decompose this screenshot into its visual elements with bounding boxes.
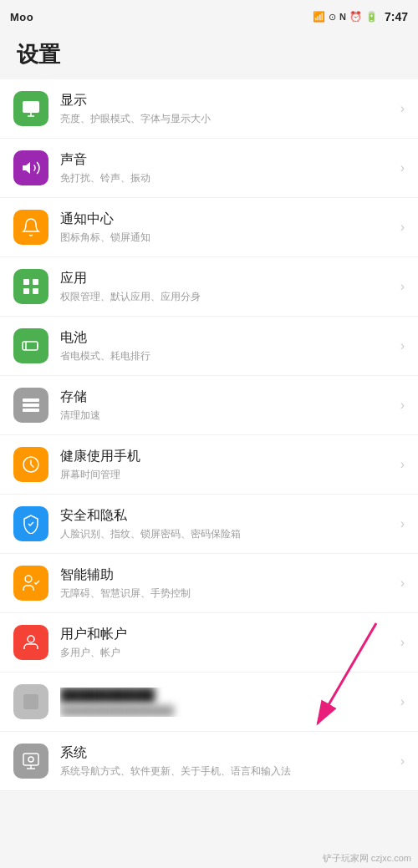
apps-subtitle: 权限管理、默认应用、应用分身 (60, 290, 394, 304)
storage-chevron: › (400, 398, 405, 413)
notification-text: 通知中心图标角标、锁屏通知 (60, 211, 394, 245)
svg-rect-2 (33, 279, 38, 285)
display-title: 显示 (60, 92, 394, 109)
svg-rect-4 (33, 288, 38, 294)
battery-icon (13, 328, 48, 363)
alarm-icon: ⏰ (349, 11, 362, 23)
svg-rect-13 (23, 754, 38, 765)
blurred-title: ██████████ (60, 688, 394, 703)
blurred-chevron: › (400, 694, 405, 709)
settings-item-display[interactable]: 显示亮度、护眼模式、字体与显示大小› (0, 79, 418, 139)
notify-icon (13, 210, 48, 245)
battery-title: 电池 (60, 329, 394, 347)
account-icon (13, 625, 48, 660)
svg-rect-6 (23, 398, 39, 402)
cast-icon: ⊙ (329, 12, 336, 23)
n-icon: N (339, 12, 346, 22)
wifi-icon: 📶 (313, 11, 325, 23)
settings-item-blurred[interactable]: ██████████████████████████› (0, 673, 418, 732)
storage-title: 存储 (60, 388, 394, 406)
system-chevron: › (400, 754, 405, 769)
account-text: 用户和帐户多用户、帐户 (60, 626, 394, 660)
settings-item-system[interactable]: 系统系统导航方式、软件更新、关于手机、语言和输入法› (0, 732, 418, 791)
account-title: 用户和帐户 (60, 626, 394, 643)
settings-item-apps[interactable]: 应用权限管理、默认应用、应用分身› (0, 257, 418, 317)
settings-item-notification[interactable]: 通知中心图标角标、锁屏通知› (0, 198, 418, 257)
health-title: 健康使用手机 (60, 448, 394, 465)
apps-text: 应用权限管理、默认应用、应用分身 (60, 270, 394, 304)
svg-rect-1 (23, 279, 29, 285)
assist-subtitle: 无障碍、智慧识屏、手势控制 (60, 586, 394, 601)
blurred-subtitle: ████████████████ (60, 705, 394, 717)
display-subtitle: 亮度、护眼模式、字体与显示大小 (60, 112, 394, 126)
svg-rect-12 (23, 694, 38, 709)
assist-chevron: › (400, 576, 405, 591)
settings-list: 显示亮度、护眼模式、字体与显示大小›声音免打扰、铃声、振动›通知中心图标角标、锁… (0, 79, 418, 791)
svg-rect-5 (23, 342, 38, 350)
security-subtitle: 人脸识别、指纹、锁屏密码、密码保险箱 (60, 527, 394, 541)
settings-item-assist[interactable]: 智能辅助无障碍、智慧识屏、手势控制› (0, 554, 418, 613)
settings-item-account[interactable]: 用户和帐户多用户、帐户› (0, 613, 418, 673)
health-icon (13, 447, 48, 482)
svg-point-11 (28, 636, 34, 642)
sound-text: 声音免打扰、铃声、振动 (60, 151, 394, 185)
status-left-icons: Moo (10, 11, 33, 23)
security-text: 安全和隐私人脸识别、指纹、锁屏密码、密码保险箱 (60, 507, 394, 541)
battery-chevron: › (400, 338, 405, 353)
account-chevron: › (400, 635, 405, 650)
apps-title: 应用 (60, 270, 394, 287)
page-title-area: 设置 (0, 33, 418, 79)
security-icon (13, 506, 48, 541)
blurred-text: ██████████████████████████ (60, 688, 394, 717)
svg-rect-3 (23, 288, 29, 294)
storage-text: 存储清理加速 (60, 388, 394, 423)
system-text: 系统系统导航方式、软件更新、关于手机、语言和输入法 (60, 744, 394, 779)
svg-point-14 (28, 757, 33, 762)
status-bar: Moo 📶 ⊙ N ⏰ 🔋 7:47 (0, 0, 418, 33)
health-chevron: › (400, 457, 405, 472)
status-right-area: 📶 ⊙ N ⏰ 🔋 7:47 (313, 10, 408, 23)
notification-chevron: › (400, 220, 405, 235)
sound-subtitle: 免打扰、铃声、振动 (60, 171, 394, 185)
page-title: 设置 (17, 40, 401, 69)
storage-icon (13, 388, 48, 423)
system-icon (13, 744, 48, 779)
settings-item-health[interactable]: 健康使用手机屏幕时间管理› (0, 435, 418, 495)
assist-text: 智能辅助无障碍、智慧识屏、手势控制 (60, 566, 394, 601)
account-subtitle: 多用户、帐户 (60, 646, 394, 660)
assist-icon (13, 566, 48, 601)
watermark: 铲子玩家网 czjxc.com (323, 852, 411, 865)
svg-point-10 (25, 576, 32, 582)
battery-status-icon: 🔋 (365, 11, 378, 23)
system-title: 系统 (60, 744, 394, 762)
settings-item-security[interactable]: 安全和隐私人脸识别、指纹、锁屏密码、密码保险箱› (0, 495, 418, 554)
system-subtitle: 系统导航方式、软件更新、关于手机、语言和输入法 (60, 764, 394, 779)
display-text: 显示亮度、护眼模式、字体与显示大小 (60, 92, 394, 126)
apps-chevron: › (400, 279, 405, 294)
battery-subtitle: 省电模式、耗电排行 (60, 349, 394, 363)
settings-item-battery[interactable]: 电池省电模式、耗电排行› (0, 317, 418, 376)
notification-title: 通知中心 (60, 211, 394, 228)
notification-subtitle: 图标角标、锁屏通知 (60, 231, 394, 245)
health-subtitle: 屏幕时间管理 (60, 468, 394, 482)
assist-title: 智能辅助 (60, 566, 394, 584)
security-chevron: › (400, 516, 405, 531)
svg-rect-0 (23, 101, 39, 113)
settings-item-sound[interactable]: 声音免打扰、铃声、振动› (0, 139, 418, 198)
svg-rect-7 (23, 404, 39, 407)
health-text: 健康使用手机屏幕时间管理 (60, 448, 394, 482)
sound-title: 声音 (60, 151, 394, 169)
display-icon (13, 91, 48, 126)
sound-icon (13, 150, 48, 185)
display-chevron: › (400, 101, 405, 116)
sound-chevron: › (400, 160, 405, 175)
svg-rect-8 (23, 409, 39, 412)
status-time: 7:47 (385, 10, 408, 23)
settings-item-storage[interactable]: 存储清理加速› (0, 376, 418, 435)
battery-text: 电池省电模式、耗电排行 (60, 329, 394, 363)
blurred-icon (13, 684, 48, 719)
apps-icon (13, 269, 48, 304)
storage-subtitle: 清理加速 (60, 409, 394, 423)
security-title: 安全和隐私 (60, 507, 394, 525)
